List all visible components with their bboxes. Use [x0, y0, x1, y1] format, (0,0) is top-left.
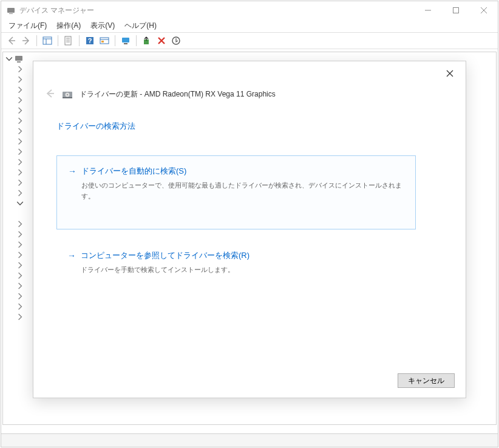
svg-rect-3: [453, 8, 459, 13]
auto-search-option[interactable]: → ドライバーを自動的に検索(S) お使いのコンピューターで、使用可能な最も適し…: [56, 155, 416, 229]
collapse-icon[interactable]: [16, 169, 24, 176]
svg-rect-9: [65, 36, 71, 45]
menubar: ファイル(F) 操作(A) 表示(V) ヘルプ(H): [1, 19, 498, 32]
toolbar-separator: [58, 35, 58, 46]
update-driver-button[interactable]: [140, 34, 154, 47]
svg-rect-22: [15, 56, 22, 61]
app-icon: [6, 5, 16, 15]
dialog-heading: ドライバーの検索方法: [56, 121, 135, 132]
toolbar-separator: [36, 35, 37, 46]
titlebar: デバイス マネージャー: [1, 1, 498, 19]
toolbar-separator: [136, 35, 137, 46]
collapse-icon[interactable]: [16, 231, 24, 238]
svg-rect-19: [124, 43, 127, 44]
svg-rect-0: [7, 8, 15, 13]
collapse-icon[interactable]: [16, 220, 24, 228]
option-title: コンピューターを参照してドライバーを検索(R): [81, 250, 250, 261]
computer-icon: [14, 54, 24, 64]
collapse-icon[interactable]: [16, 313, 24, 321]
drive-icon: [61, 89, 73, 101]
disable-device-button[interactable]: [169, 34, 183, 47]
close-button[interactable]: [470, 1, 498, 19]
menu-help[interactable]: ヘルプ(H): [120, 19, 161, 32]
statusbar: [1, 433, 498, 447]
cancel-button[interactable]: キャンセル: [398, 373, 455, 388]
option-description: お使いのコンピューターで、使用可能な最も適したドライバーが検索され、デバイスにイ…: [81, 180, 404, 202]
collapse-icon[interactable]: [16, 138, 24, 145]
svg-rect-23: [17, 61, 21, 63]
show-hide-tree-button[interactable]: [41, 34, 54, 47]
device-manager-window: デバイス マネージャー ファイル(F) 操作(A) 表示(V) ヘルプ(H): [1, 1, 498, 447]
svg-rect-30: [63, 97, 72, 98]
collapse-icon[interactable]: [16, 107, 24, 114]
arrow-right-icon: →: [68, 166, 76, 176]
maximize-button[interactable]: [442, 1, 470, 19]
toolbar-separator: [79, 35, 80, 46]
collapse-icon[interactable]: [16, 282, 24, 290]
toolbar-separator: [115, 35, 115, 46]
window-controls: [414, 1, 498, 19]
arrow-right-icon: →: [67, 251, 76, 260]
minimize-button[interactable]: [414, 1, 442, 19]
collapse-icon[interactable]: [16, 179, 24, 186]
dialog-close-button[interactable]: [440, 66, 460, 81]
collapse-icon[interactable]: [16, 66, 24, 73]
collapse-icon[interactable]: [16, 241, 24, 248]
collapse-icon[interactable]: [16, 303, 24, 310]
properties-button[interactable]: [62, 34, 75, 47]
expand-icon[interactable]: [16, 200, 24, 207]
collapse-icon[interactable]: [16, 293, 24, 300]
svg-text:?: ?: [88, 37, 92, 44]
collapse-icon[interactable]: [16, 158, 24, 166]
option-description: ドライバーを手動で検索してインストールします。: [81, 265, 405, 276]
collapse-icon[interactable]: [16, 76, 24, 83]
collapse-icon[interactable]: [16, 251, 24, 259]
svg-rect-17: [101, 41, 104, 42]
menu-file[interactable]: ファイル(F): [4, 19, 52, 32]
scan-hardware-button[interactable]: [119, 34, 132, 47]
help-button[interactable]: ?: [83, 34, 97, 47]
svg-rect-18: [122, 38, 129, 42]
svg-rect-1: [9, 13, 13, 14]
collapse-icon[interactable]: [16, 262, 24, 269]
browse-computer-option[interactable]: → コンピューターを参照してドライバーを検索(R) ドライバーを手動で検索してイ…: [56, 240, 416, 289]
window-title: デバイス マネージャー: [19, 5, 414, 16]
collapse-icon[interactable]: [16, 117, 24, 124]
collapse-icon[interactable]: [16, 86, 24, 93]
collapse-icon[interactable]: [16, 272, 24, 279]
dialog-title: ドライバーの更新 - AMD Radeon(TM) RX Vega 11 Gra…: [80, 89, 276, 100]
collapse-icon[interactable]: [16, 189, 24, 197]
action-button[interactable]: [98, 34, 111, 47]
dialog-header: ドライバーの更新 - AMD Radeon(TM) RX Vega 11 Gra…: [44, 88, 276, 101]
toolbar: ?: [1, 32, 498, 49]
back-button[interactable]: [5, 34, 18, 47]
uninstall-device-button[interactable]: [155, 34, 168, 47]
menu-action[interactable]: 操作(A): [52, 19, 86, 32]
option-title: ドライバーを自動的に検索(S): [81, 166, 186, 177]
menu-view[interactable]: 表示(V): [86, 19, 120, 32]
back-arrow-icon: [44, 88, 55, 101]
collapse-icon[interactable]: [16, 127, 24, 135]
driver-update-dialog: ドライバーの更新 - AMD Radeon(TM) RX Vega 11 Gra…: [33, 61, 466, 398]
expand-icon[interactable]: [5, 55, 13, 63]
collapse-icon[interactable]: [16, 148, 24, 155]
dialog-footer: キャンセル: [398, 373, 455, 388]
forward-button[interactable]: [19, 34, 33, 47]
svg-point-29: [67, 94, 68, 95]
collapse-icon[interactable]: [16, 97, 24, 104]
svg-rect-6: [43, 37, 52, 44]
